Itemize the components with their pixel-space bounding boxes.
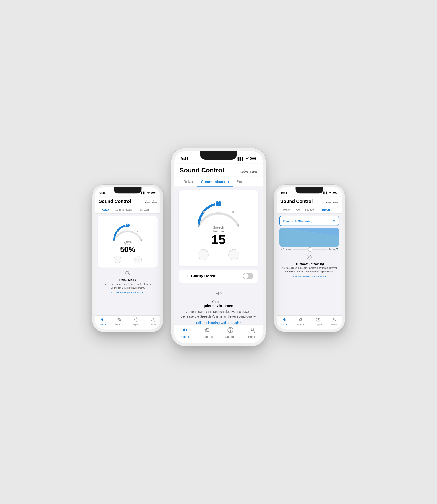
svg-rect-22 xyxy=(251,158,255,159)
svg-point-2 xyxy=(114,240,115,241)
mode-title-left: Relax Mode xyxy=(98,278,158,282)
tab-relax-center[interactable]: Relax xyxy=(179,176,197,186)
nav-support-center[interactable]: Support xyxy=(225,327,235,339)
profile-icon-left xyxy=(150,317,155,323)
external-label: ⊕ External xyxy=(280,248,292,251)
quiet-link[interactable]: Still not hearing well enough? xyxy=(179,321,258,325)
tab-stream-center[interactable]: Stream xyxy=(233,176,252,186)
mode-link-left[interactable]: Still not hearing well enough? xyxy=(98,291,158,294)
tab-stream-right[interactable]: Stream xyxy=(318,206,334,213)
app-title-left: Sound Control xyxy=(99,199,131,204)
earbuds-icon-left xyxy=(117,317,121,323)
tab-relax-right[interactable]: Relax xyxy=(280,206,293,213)
notch-center xyxy=(200,151,237,160)
svg-point-20 xyxy=(152,318,153,320)
dial-value-center: 15 xyxy=(211,233,226,246)
status-icons-left: ▌▌▌ xyxy=(141,192,156,194)
clarity-label: Clarity Boost xyxy=(191,274,216,278)
profile-icon-center xyxy=(249,327,255,335)
dial-plus-center[interactable]: + xyxy=(228,249,239,260)
app-header-left: Sound Control L 100% R 100% xyxy=(95,196,160,206)
nav-sound-center[interactable]: Sound xyxy=(180,327,189,339)
app-header-center: Sound Control L 100% R 100% xyxy=(174,163,263,176)
status-icons-right: ▌▌▌ xyxy=(323,192,338,194)
status-icons-center: ▌▌▌ xyxy=(238,157,257,161)
svg-point-57 xyxy=(318,321,318,321)
dial-minus-left[interactable]: − xyxy=(114,256,121,263)
clarity-icon xyxy=(184,274,189,279)
dial-card-left: ExternalSound 50% − + xyxy=(98,216,158,268)
signal-center: ▌▌▌ xyxy=(238,157,244,161)
quiet-title: You're in quiet environment xyxy=(179,299,258,308)
mode-icon-right xyxy=(279,254,339,261)
mode-desc-right: Are you streaming audio? Control how muc… xyxy=(282,266,337,273)
nav-profile-center[interactable]: Profile xyxy=(248,327,257,339)
svg-point-6 xyxy=(141,240,142,241)
nav-earbuds-center[interactable]: Earbuds xyxy=(202,327,213,339)
app-title-right: Sound Control xyxy=(280,199,313,204)
dial-minus-center[interactable]: − xyxy=(198,249,209,260)
svg-marker-14 xyxy=(101,318,103,321)
app-title-center: Sound Control xyxy=(179,166,224,174)
notch-right xyxy=(296,187,323,193)
mode-icon-left xyxy=(98,270,158,278)
svg-point-3 xyxy=(118,231,119,232)
quiet-env: You're in quiet environment Are you hear… xyxy=(174,286,263,327)
tab-relax-left[interactable]: Relax xyxy=(99,206,112,213)
clarity-toggle[interactable] xyxy=(243,273,254,279)
svg-point-51 xyxy=(309,257,310,257)
nav-earbuds-left[interactable]: Earbuds xyxy=(115,317,123,325)
nav-sound-left[interactable]: Sound xyxy=(100,317,106,325)
nav-support-right[interactable]: Support xyxy=(314,317,322,325)
support-icon-center xyxy=(227,327,234,335)
svg-point-5 xyxy=(137,231,138,232)
nav-sound-right[interactable]: Sound xyxy=(281,317,288,325)
time-center: 9:41 xyxy=(181,157,189,161)
toggle-knob xyxy=(243,273,248,279)
mode-link-right[interactable]: Still not hearing well enough? xyxy=(279,275,339,278)
dial-card-center: SpeechVolume 15 − + xyxy=(179,190,258,266)
tab-stream-left[interactable]: Stream xyxy=(137,206,152,213)
sound-icon-right xyxy=(282,317,287,323)
screen-left: Sound Control L 100% R 100% Relax xyxy=(95,196,160,329)
tab-communication-center[interactable]: Communication xyxy=(197,176,233,186)
wifi-left xyxy=(147,192,150,194)
stream-slider-row: ⊕ External Audio 🎵 xyxy=(277,247,342,252)
quiet-icon xyxy=(179,290,258,298)
audio-label: Audio 🎵 xyxy=(329,248,338,251)
tabs-left: Relax Communication Stream xyxy=(95,206,160,213)
dropdown-row[interactable]: Bluetooth Streaming ∨ xyxy=(279,216,339,226)
screen-center: Sound Control L 100% R 100% Relax xyxy=(174,163,263,343)
svg-point-24 xyxy=(203,211,205,213)
sound-icon-center xyxy=(182,327,188,335)
dial-controls-center: − + xyxy=(198,249,239,260)
slider-thumb[interactable] xyxy=(308,247,312,252)
signal-right: ▌▌▌ xyxy=(323,192,328,194)
bottom-nav-right: Sound Earbuds Support xyxy=(277,315,342,329)
phone-right: 9:41 ▌▌▌ Sound Control L xyxy=(274,185,345,332)
wifi-center xyxy=(245,157,249,161)
svg-rect-1 xyxy=(152,192,155,193)
wifi-right xyxy=(329,192,332,194)
nav-profile-left[interactable]: Profile xyxy=(150,317,156,325)
svg-marker-38 xyxy=(183,328,185,332)
svg-point-44 xyxy=(251,328,253,330)
mode-section-right: Bluetooth Streaming Are you streaming au… xyxy=(279,254,339,278)
mode-title-right: Bluetooth Streaming xyxy=(279,262,339,266)
tab-communication-right[interactable]: Communication xyxy=(293,206,318,213)
clarity-row: Clarity Boost xyxy=(179,270,258,283)
time-left: 9:41 xyxy=(99,191,105,195)
dial-plus-left[interactable]: + xyxy=(134,256,142,263)
nav-earbuds-right[interactable]: Earbuds xyxy=(297,317,305,325)
mode-section-left: Relax Mode Is it too loud around you? De… xyxy=(98,270,158,294)
stream-visual xyxy=(279,228,339,247)
earbuds-icon-right xyxy=(299,317,303,323)
nav-support-left[interactable]: Support xyxy=(133,317,140,325)
slider-track[interactable] xyxy=(293,249,327,250)
tab-communication-left[interactable]: Communication xyxy=(112,206,137,213)
bottom-nav-left: Sound Earbuds Support xyxy=(95,315,160,329)
nav-profile-right[interactable]: Profile xyxy=(331,317,337,325)
svg-marker-35 xyxy=(216,291,219,295)
ear-levels-right: L 100% R 100% xyxy=(326,199,338,204)
app-header-right: Sound Control L 100% R 100% xyxy=(277,196,342,206)
